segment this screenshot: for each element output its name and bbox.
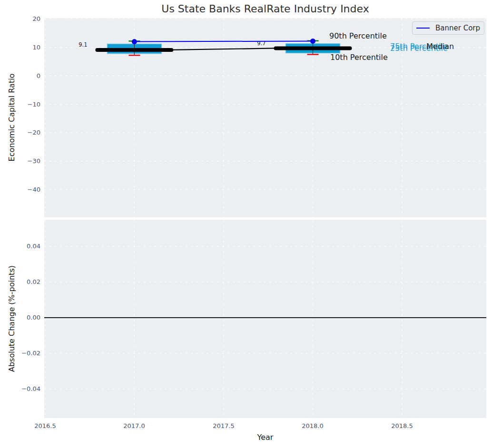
- label-median: Median: [426, 42, 454, 51]
- ytick-plot0-20: 20: [17, 14, 40, 23]
- y-axis-label-bottom: Absolute Change (%-points): [7, 219, 18, 419]
- label-10th-percentile: 10th Percentile: [330, 53, 388, 62]
- figure: 9.19.7 Us State Banks RealRate Industry …: [0, 0, 492, 448]
- label-90th-percentile: 90th Percentile: [329, 31, 387, 41]
- ytick-plot1-0.00: 0.00: [17, 313, 40, 322]
- xtick-2016.5: 2016.5: [29, 421, 62, 430]
- ytick-plot0-−20: −20: [17, 128, 40, 137]
- y-axis-label-top: Economic Capital Ratio: [7, 18, 18, 217]
- ytick-plot1-0.04: 0.04: [17, 242, 40, 251]
- ytick-plot0-10: 10: [17, 43, 40, 52]
- legend-label: Banner Corp: [435, 24, 480, 32]
- legend-line-sample: [416, 28, 430, 29]
- x-axis-label: Year: [44, 433, 486, 442]
- chart-svg: 9.19.7: [0, 0, 492, 448]
- banner-corp-point-2017: [132, 39, 137, 44]
- chart-title: Us State Banks RealRate Industry Index: [44, 3, 486, 15]
- xtick-2017.0: 2017.0: [118, 421, 151, 430]
- xtick-2018.5: 2018.5: [385, 421, 419, 430]
- ytick-plot1-−0.04: −0.04: [17, 384, 40, 393]
- ytick-plot1-0.02: 0.02: [17, 277, 40, 286]
- plot-bg-1: [44, 220, 486, 418]
- banner-corp-point-2018: [310, 39, 315, 44]
- ytick-plot0-−40: −40: [17, 185, 40, 194]
- xtick-2018.0: 2018.0: [296, 421, 329, 430]
- median-value-annotation-2017: 9.1: [79, 41, 87, 48]
- xtick-2017.5: 2017.5: [207, 421, 240, 430]
- ytick-plot0-−10: −10: [17, 100, 40, 109]
- ytick-plot0-−30: −30: [17, 156, 40, 166]
- banner-corp-line: [134, 41, 313, 41]
- legend: Banner Corp: [412, 21, 484, 35]
- ytick-plot1-−0.02: −0.02: [17, 349, 40, 358]
- ytick-plot0-0: 0: [17, 71, 40, 80]
